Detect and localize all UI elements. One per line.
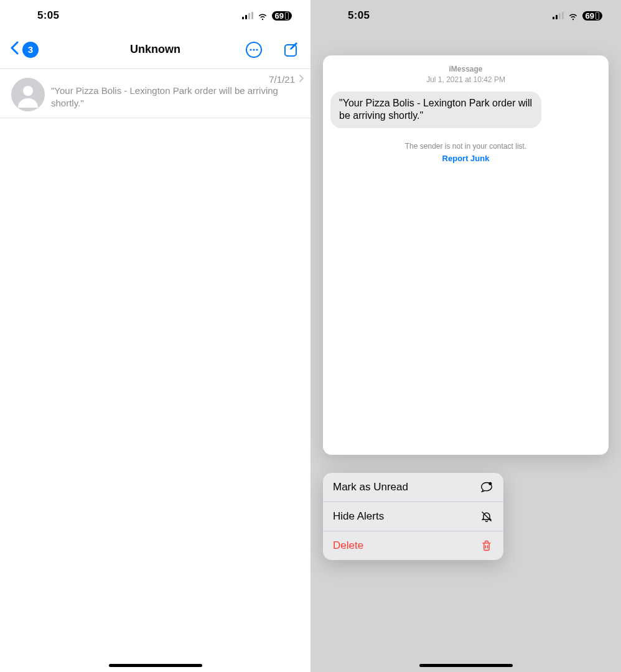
message-bubble: "Your Pizza Bolis - Lexington Park order…: [330, 91, 541, 129]
compose-button[interactable]: [282, 40, 301, 59]
home-indicator[interactable]: [419, 664, 513, 667]
nav-bar: 3 Unknown: [0, 31, 310, 68]
status-bar: 5:05 69: [0, 0, 310, 31]
svg-point-5: [23, 86, 33, 96]
menu-item-label: Hide Alerts: [333, 510, 384, 523]
status-time: 5:05: [37, 9, 59, 22]
status-right: 69: [553, 10, 602, 21]
conversation-date: 7/1/21: [269, 74, 295, 85]
conversation-preview-card[interactable]: iMessage Jul 1, 2021 at 10:42 PM "Your P…: [323, 55, 609, 455]
menu-item-label: Delete: [333, 539, 363, 552]
battery-icon: 69: [272, 11, 292, 21]
menu-delete[interactable]: Delete: [323, 531, 503, 560]
status-right: 69: [242, 10, 292, 21]
report-junk-link[interactable]: Report Junk: [330, 154, 601, 163]
bell-slash-icon: [480, 510, 493, 523]
home-indicator[interactable]: [109, 664, 202, 667]
chevron-left-icon: [10, 41, 19, 58]
svg-point-2: [253, 49, 254, 50]
menu-mark-unread[interactable]: Mark as Unread: [323, 473, 503, 502]
menu-item-label: Mark as Unread: [333, 481, 408, 493]
battery-icon: 69: [582, 11, 602, 21]
avatar: [11, 78, 45, 111]
speech-bubble-icon: [480, 480, 493, 494]
compose-icon: [283, 42, 299, 58]
back-button[interactable]: 3: [10, 41, 39, 58]
svg-point-1: [250, 49, 251, 50]
unread-badge: 3: [22, 42, 39, 58]
message-timestamp: Jul 1, 2021 at 10:42 PM: [330, 75, 601, 85]
trash-icon: [480, 539, 493, 553]
wifi-icon: [257, 10, 268, 21]
more-button[interactable]: [245, 40, 263, 59]
service-label: iMessage: [330, 64, 601, 75]
svg-point-3: [256, 49, 258, 50]
chevron-right-icon: [299, 74, 304, 85]
unknown-sender-warning: The sender is not in your contact list.: [330, 142, 601, 151]
conversation-preview-screen: 5:05 69 iMessage Jul 1, 2021 at 10:42 PM…: [310, 0, 621, 672]
ellipsis-circle-icon: [245, 41, 263, 58]
context-menu: Mark as Unread Hide Alerts Delete: [323, 473, 503, 560]
cellular-icon: [553, 12, 564, 19]
messages-list-screen: 5:05 69 3 Unknown: [0, 0, 310, 672]
status-time: 5:05: [348, 9, 370, 22]
svg-point-6: [488, 482, 492, 485]
person-icon: [15, 82, 41, 108]
wifi-icon: [567, 10, 579, 21]
menu-hide-alerts[interactable]: Hide Alerts: [323, 502, 503, 531]
conversation-row[interactable]: 7/1/21 "Your Pizza Bolis - Lexington Par…: [0, 68, 310, 118]
conversation-preview: "Your Pizza Bolis - Lexington Park order…: [51, 85, 304, 110]
cellular-icon: [242, 12, 253, 19]
status-bar: 5:05 69: [310, 0, 621, 31]
